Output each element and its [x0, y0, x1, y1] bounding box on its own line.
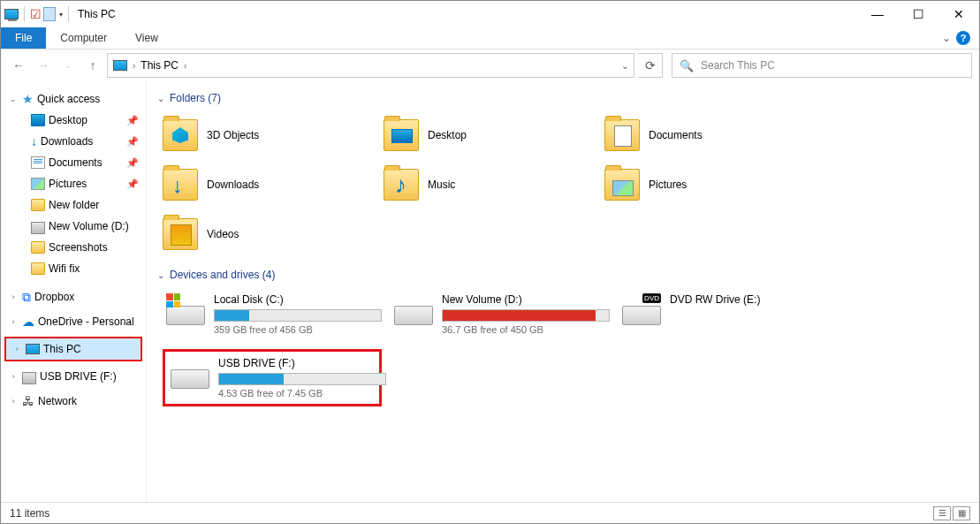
view-details-button[interactable]: ☰	[933, 506, 951, 520]
qat-dropdown-icon[interactable]: ▾	[59, 11, 63, 19]
tree-label: Pictures	[49, 178, 87, 190]
drive-free-text: 36.7 GB free of 450 GB	[442, 324, 610, 335]
chevron-right-icon[interactable]: ›	[184, 61, 186, 71]
dropbox-icon: ⧉	[22, 290, 31, 305]
windows-logo-icon	[166, 293, 180, 308]
drive-item[interactable]: New Volume (D:) 36.7 GB free of 450 GB	[391, 290, 610, 338]
tree-label: Screenshots	[49, 241, 108, 254]
chevron-down-icon[interactable]: ⌄	[157, 270, 164, 280]
location-pc-icon	[113, 60, 127, 71]
folder-item[interactable]: 3D Objects	[163, 113, 375, 157]
qat-properties-icon[interactable]: ☑	[30, 7, 42, 21]
drive-item[interactable]: Local Disk (C:) 359 GB free of 456 GB	[163, 290, 382, 338]
qat-item-icon[interactable]	[43, 7, 56, 21]
group-header-folders[interactable]: ⌄ Folders (7)	[156, 92, 970, 104]
tree-label: This PC	[43, 343, 81, 355]
tree-item-documents[interactable]: Documents 📌	[1, 152, 146, 173]
back-button[interactable]: ←	[8, 55, 29, 76]
drive-icon	[171, 357, 209, 389]
pictures-icon	[31, 178, 45, 190]
folder-item[interactable]: Music	[384, 163, 596, 207]
tree-item-newvolume[interactable]: New Volume (D:)	[1, 216, 146, 237]
folder-label: Desktop	[428, 129, 467, 141]
group-header-label: Folders (7)	[170, 92, 221, 104]
folder-item[interactable]: Desktop	[384, 113, 596, 157]
folder-item[interactable]: Videos	[163, 212, 375, 256]
tab-file[interactable]: File	[1, 27, 46, 49]
folder-label: Documents	[649, 129, 703, 141]
folder-icon	[31, 199, 45, 211]
drive-capacity-bar	[442, 309, 610, 322]
drive-item[interactable]: DVD DVD RW Drive (E:)	[619, 290, 838, 338]
address-bar[interactable]: › This PC › ⌄	[107, 53, 634, 78]
ribbon-expand-icon[interactable]: ⌄	[942, 32, 951, 44]
view-tiles-button[interactable]: ▦	[953, 506, 970, 520]
folder-icon	[384, 169, 419, 201]
chevron-right-icon[interactable]: ›	[133, 61, 135, 71]
tree-label: OneDrive - Personal	[38, 315, 134, 328]
drive-name: USB DRIVE (F:)	[218, 357, 386, 369]
chevron-right-icon[interactable]: ›	[8, 372, 19, 381]
maximize-button[interactable]: ☐	[898, 1, 938, 27]
search-placeholder: Search This PC	[701, 59, 775, 72]
tree-label: New Volume (D:)	[49, 220, 129, 232]
tree-usbdrive[interactable]: › USB DRIVE (F:)	[1, 366, 146, 387]
chevron-down-icon[interactable]: ⌄	[8, 95, 19, 103]
refresh-button[interactable]: ⟳	[638, 53, 663, 78]
tree-item-downloads[interactable]: ↓ Downloads 📌	[1, 131, 146, 152]
documents-icon	[31, 156, 45, 169]
search-icon: 🔍	[680, 59, 694, 72]
group-header-drives[interactable]: ⌄ Devices and drives (4)	[156, 269, 970, 281]
tree-onedrive[interactable]: › ☁ OneDrive - Personal	[1, 311, 146, 332]
tree-item-wififix[interactable]: Wifi fix	[1, 258, 146, 279]
drive-icon	[166, 293, 205, 325]
content-pane: ⌄ Folders (7) 3D Objects Desktop Documen…	[147, 81, 979, 502]
chevron-right-icon[interactable]: ›	[8, 292, 19, 301]
recent-dropdown-icon[interactable]: ⌄	[57, 55, 79, 76]
folder-icon	[163, 169, 198, 201]
up-button[interactable]: ↑	[82, 55, 103, 76]
minimize-button[interactable]: —	[857, 1, 898, 27]
tree-label: Documents	[49, 156, 103, 169]
tree-item-pictures[interactable]: Pictures 📌	[1, 173, 146, 194]
tab-computer[interactable]: Computer	[46, 27, 121, 49]
search-box[interactable]: 🔍 Search This PC	[672, 53, 972, 78]
forward-button[interactable]: →	[33, 55, 54, 76]
folder-label: Music	[428, 178, 455, 191]
help-icon[interactable]: ?	[956, 31, 970, 45]
tree-item-newfolder[interactable]: New folder	[1, 194, 146, 216]
drive-free-text: 4.53 GB free of 7.45 GB	[218, 388, 386, 399]
tree-label: Network	[38, 395, 77, 407]
folder-icon	[31, 262, 45, 275]
folder-label: 3D Objects	[207, 129, 259, 141]
folder-item[interactable]: Documents	[604, 113, 817, 157]
tree-dropbox[interactable]: › ⧉ Dropbox	[1, 286, 146, 308]
close-button[interactable]: ✕	[938, 1, 979, 27]
tree-quick-access[interactable]: ⌄ ★ Quick access	[1, 88, 146, 110]
drive-icon: DVD	[622, 293, 661, 325]
tab-view[interactable]: View	[121, 27, 172, 49]
tree-label: Quick access	[37, 93, 100, 105]
dvd-badge-icon: DVD	[642, 293, 661, 303]
folder-label: Downloads	[207, 178, 259, 191]
address-dropdown-icon[interactable]: ⌄	[621, 61, 628, 71]
tree-item-screenshots[interactable]: Screenshots	[1, 237, 146, 258]
drive-free-text: 359 GB free of 456 GB	[214, 324, 382, 335]
tree-item-desktop[interactable]: Desktop 📌	[1, 110, 146, 131]
folder-item[interactable]: Pictures	[604, 163, 817, 207]
drive-item[interactable]: USB DRIVE (F:) 4.53 GB free of 7.45 GB	[163, 349, 382, 406]
chevron-down-icon[interactable]: ⌄	[157, 94, 164, 103]
tree-thispc[interactable]: › This PC	[6, 338, 141, 360]
folder-icon	[384, 119, 419, 151]
breadcrumb-location[interactable]: This PC	[141, 59, 179, 72]
pin-icon: 📌	[126, 178, 139, 190]
tree-label: USB DRIVE (F:)	[40, 370, 117, 383]
status-item-count: 11 items	[10, 507, 49, 520]
navigation-pane: ⌄ ★ Quick access Desktop 📌 ↓ Downloads 📌…	[1, 81, 147, 502]
chevron-right-icon[interactable]: ›	[8, 397, 19, 406]
tree-label: Dropbox	[34, 291, 74, 303]
tree-network[interactable]: › 🖧 Network	[1, 391, 146, 412]
folder-item[interactable]: Downloads	[163, 163, 375, 207]
chevron-right-icon[interactable]: ›	[8, 317, 19, 326]
chevron-right-icon[interactable]: ›	[11, 345, 22, 353]
